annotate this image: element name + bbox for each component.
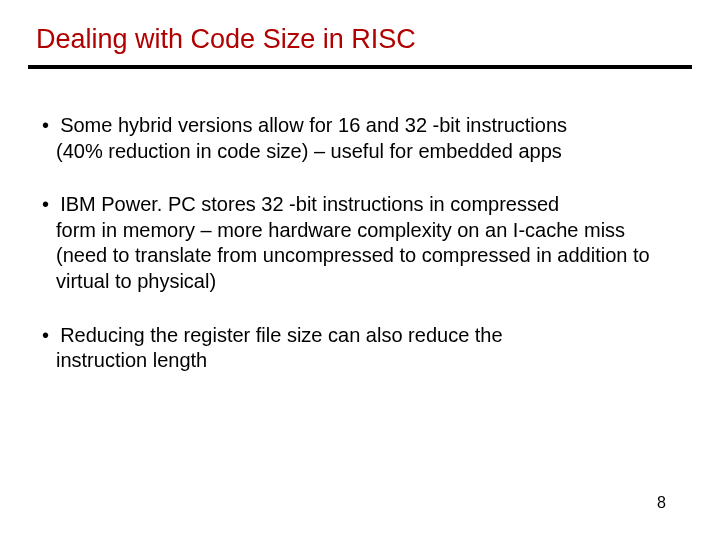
bullet-dot-icon: • (42, 114, 49, 136)
page-number: 8 (657, 494, 666, 512)
bullet-dot-icon: • (42, 324, 49, 346)
slide-title: Dealing with Code Size in RISC (28, 24, 692, 55)
bullet-continuation: instruction length (42, 348, 678, 374)
bullet-text: Reducing the register file size can also… (55, 324, 503, 346)
bullet-item: • Some hybrid versions allow for 16 and … (42, 113, 678, 164)
bullet-text: Some hybrid versions allow for 16 and 32… (55, 114, 567, 136)
bullet-text: IBM Power. PC stores 32 -bit instruction… (55, 193, 560, 215)
bullet-item: • IBM Power. PC stores 32 -bit instructi… (42, 192, 678, 294)
bullet-continuation: form in memory – more hardware complexit… (42, 218, 678, 295)
slide: Dealing with Code Size in RISC • Some hy… (0, 0, 720, 540)
title-rule (28, 65, 692, 69)
bullet-continuation: (40% reduction in code size) – useful fo… (42, 139, 678, 165)
bullet-item: • Reducing the register file size can al… (42, 323, 678, 374)
bullet-dot-icon: • (42, 193, 49, 215)
slide-body: • Some hybrid versions allow for 16 and … (28, 113, 692, 374)
